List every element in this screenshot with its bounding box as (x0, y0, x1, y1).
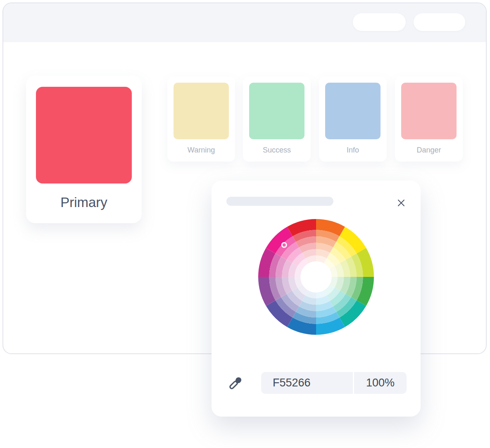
info-color-swatch[interactable] (325, 83, 381, 139)
primary-color-swatch[interactable] (36, 87, 132, 183)
color-wheel[interactable] (258, 219, 374, 335)
color-card-danger[interactable]: Danger (395, 76, 463, 162)
eyedropper-icon (227, 376, 243, 391)
eyedropper-button[interactable] (226, 375, 244, 392)
close-button[interactable] (394, 195, 409, 210)
opacity-input[interactable]: 100% (354, 372, 407, 394)
hex-value: F55266 (273, 377, 311, 389)
header-button-pill-1[interactable] (353, 13, 406, 31)
primary-color-label: Primary (26, 195, 142, 210)
primary-color-card[interactable]: Primary (26, 76, 142, 223)
color-picker-modal: F55266 100% (212, 181, 421, 417)
hex-input[interactable]: F55266 (261, 372, 354, 394)
danger-color-label: Danger (395, 146, 463, 155)
color-value-fields: F55266 100% (261, 372, 407, 394)
warning-color-label: Warning (167, 146, 235, 155)
success-color-swatch[interactable] (249, 83, 304, 139)
warning-color-swatch[interactable] (174, 83, 229, 139)
color-card-success[interactable]: Success (243, 76, 311, 162)
info-color-label: Info (319, 146, 387, 155)
window-header (3, 3, 486, 42)
color-card-info[interactable]: Info (319, 76, 387, 162)
color-card-warning[interactable]: Warning (167, 76, 235, 162)
opacity-value: 100% (366, 377, 395, 389)
modal-title-skeleton (226, 197, 333, 206)
close-icon (397, 198, 406, 207)
color-wheel-svg[interactable] (258, 219, 374, 335)
danger-color-swatch[interactable] (401, 83, 457, 139)
success-color-label: Success (243, 146, 311, 155)
header-button-pill-2[interactable] (414, 13, 465, 31)
